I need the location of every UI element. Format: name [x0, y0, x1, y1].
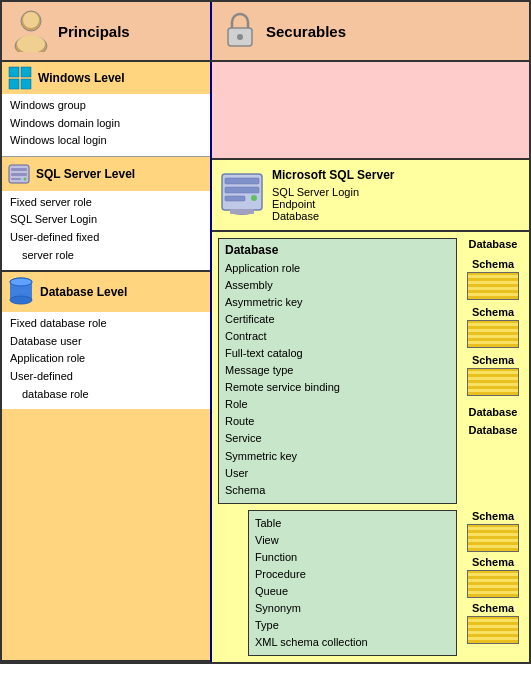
list-item: Application role — [225, 260, 450, 277]
windows-level-title: Windows Level — [38, 71, 125, 85]
list-item: Route — [225, 413, 450, 430]
sqlserver-right: Microsoft SQL Server SQL Server Login En… — [212, 160, 529, 232]
database-section-header: Database Level — [2, 272, 210, 312]
schema-stripes-2 — [467, 320, 519, 348]
database-box-title: Database — [225, 243, 450, 257]
svg-point-2 — [23, 12, 39, 28]
sub-schema-label-2: Schema — [472, 556, 514, 568]
sqlserver-section-header: SQL Server Level — [2, 157, 210, 191]
schema-label-3: Schema — [472, 354, 514, 366]
list-item: Role — [225, 396, 450, 413]
list-item: Endpoint — [272, 198, 394, 210]
windows-icon — [8, 66, 32, 90]
svg-rect-7 — [21, 67, 31, 77]
schema-stripes-1 — [467, 272, 519, 300]
svg-rect-6 — [9, 67, 19, 77]
list-item: Database — [272, 210, 394, 222]
sub-schema-box-2: Schema — [463, 556, 523, 598]
svg-rect-23 — [225, 187, 259, 193]
svg-point-5 — [237, 34, 243, 40]
list-item: Database user — [10, 333, 202, 351]
list-item: Table — [255, 515, 450, 532]
list-item: Service — [225, 430, 450, 447]
database-icon — [8, 276, 34, 308]
windows-level-content: Windows group Windows domain login Windo… — [2, 94, 210, 156]
right-column: Microsoft SQL Server SQL Server Login En… — [212, 62, 529, 662]
list-item: User-defined fixed — [10, 229, 202, 247]
main-area: Windows Level Windows group Windows doma… — [2, 62, 529, 662]
person-icon — [12, 10, 50, 52]
db-small-1: Database — [469, 406, 518, 418]
database-level-left: Database Level Fixed database role Datab… — [2, 272, 210, 662]
list-item: Fixed database role — [10, 315, 202, 333]
svg-rect-8 — [9, 79, 19, 89]
list-item: Assembly — [225, 277, 450, 294]
svg-rect-12 — [11, 173, 27, 176]
sub-schema-stack: Schema Schema Schema — [463, 510, 523, 644]
list-item: Remote service binding — [225, 379, 450, 396]
svg-rect-9 — [21, 79, 31, 89]
sqlserver-box: Microsoft SQL Server SQL Server Login En… — [272, 168, 394, 222]
lock-icon — [222, 10, 258, 52]
sqlserver-box-title: Microsoft SQL Server — [272, 168, 394, 182]
schema-box-1: Schema — [463, 258, 523, 300]
schema-label-2: Schema — [472, 306, 514, 318]
db-top-row: Database Application role Assembly Asymm… — [218, 238, 523, 504]
list-item: Windows group — [10, 97, 202, 115]
svg-rect-22 — [225, 178, 259, 184]
windows-level-left: Windows Level Windows group Windows doma… — [2, 62, 210, 157]
list-item: Certificate — [225, 311, 450, 328]
list-item: XML schema collection — [255, 634, 450, 651]
list-item: User-defined — [10, 368, 202, 386]
schema-box-3: Schema — [463, 354, 523, 396]
svg-point-18 — [10, 278, 32, 286]
securables-header: Securables — [212, 2, 529, 60]
sub-items-list: Table View Function Procedure Queue Syno… — [255, 515, 450, 651]
svg-rect-27 — [230, 209, 254, 214]
sub-schema-box-3: Schema — [463, 602, 523, 644]
list-item: Function — [255, 549, 450, 566]
sub-schema-stripes-3 — [467, 616, 519, 644]
list-item: Message type — [225, 362, 450, 379]
database-level-title: Database Level — [40, 285, 127, 299]
database-items-list: Application role Assembly Asymmetric key… — [225, 260, 450, 499]
list-item: Procedure — [255, 566, 450, 583]
svg-point-17 — [10, 296, 32, 304]
schema-box-2: Schema — [463, 306, 523, 348]
sub-database-box: Table View Function Procedure Queue Syno… — [248, 510, 457, 656]
sub-schema-stripes-2 — [467, 570, 519, 598]
list-item: Synonym — [255, 600, 450, 617]
list-item: Schema — [225, 482, 450, 499]
list-item: Symmetric key — [225, 448, 450, 465]
db-label-1: Database — [469, 238, 518, 250]
sub-schema-label-1: Schema — [472, 510, 514, 522]
schema-stripes-3 — [467, 368, 519, 396]
list-item: User — [225, 465, 450, 482]
list-item: Windows domain login — [10, 115, 202, 133]
left-column: Windows Level Windows group Windows doma… — [2, 62, 212, 662]
schema-label-1: Schema — [472, 258, 514, 270]
principals-title: Principals — [58, 23, 130, 40]
securables-title: Securables — [266, 23, 346, 40]
sub-schema-stripes-1 — [467, 524, 519, 552]
list-item: server role — [10, 247, 202, 265]
main-database-box: Database Application role Assembly Asymm… — [218, 238, 457, 504]
principals-header: Principals — [2, 2, 212, 60]
sqlserver-level-title: SQL Server Level — [36, 167, 135, 181]
svg-rect-24 — [225, 196, 245, 201]
db-label-2: Database — [469, 406, 518, 418]
windows-section-header: Windows Level — [2, 62, 210, 94]
db-label-3: Database — [469, 424, 518, 436]
sql-server-icon — [220, 168, 264, 218]
svg-point-14 — [24, 177, 27, 180]
database-small-top: Database — [463, 238, 523, 252]
list-item: Contract — [225, 328, 450, 345]
list-item: Application role — [10, 350, 202, 368]
main-container: Principals Securables — [0, 0, 531, 664]
list-item: Fixed server role — [10, 194, 202, 212]
db-small-2: Database — [469, 424, 518, 436]
sqlserver-level-left: SQL Server Level Fixed server role SQL S… — [2, 157, 210, 272]
sub-schema-row: Table View Function Procedure Queue Syno… — [218, 510, 523, 656]
list-item: SQL Server Login — [10, 211, 202, 229]
list-item: database role — [10, 386, 202, 404]
